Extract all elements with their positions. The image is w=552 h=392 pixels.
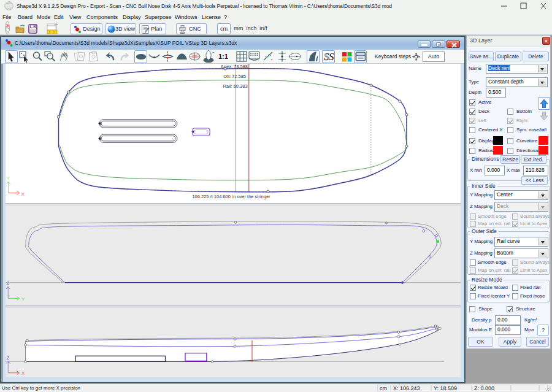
svg-text:106.225 /t 104.600 /n over the: 106.225 /t 104.600 /n over the stringer [192, 194, 270, 199]
svg-text:Y: Y [7, 175, 10, 181]
svg-text:X: X [21, 191, 25, 197]
svg-text:Rail: 60.383: Rail: 60.383 [223, 83, 248, 89]
svg-text:Z: Z [7, 280, 10, 286]
svg-text:Z: Z [7, 355, 10, 361]
svg-text:Otl: 72.585: Otl: 72.585 [223, 74, 246, 79]
svg-text:X: X [21, 371, 25, 376]
svg-text:Y: Y [21, 296, 25, 302]
svg-text:S: S [329, 51, 334, 63]
svg-text:Apex: 73.588: Apex: 73.588 [221, 64, 248, 69]
